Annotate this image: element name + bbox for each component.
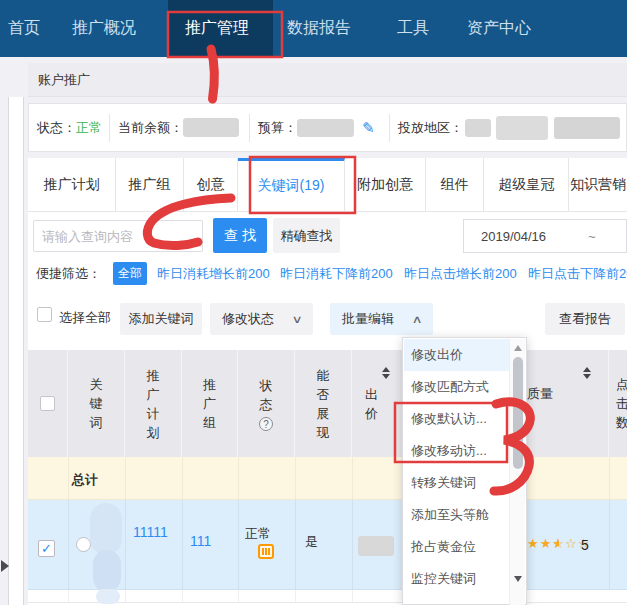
header-status-label: 状态 xyxy=(259,376,274,414)
header-checkbox-cell xyxy=(28,350,68,457)
table-header: 关键词 推广计划 推广组 状态 ? 能否展现 出价 移动质量 度 ? 点 xyxy=(28,350,627,457)
menu-item-transfer-keyword[interactable]: 转移关键词 xyxy=(404,467,510,499)
group-link[interactable]: 111 xyxy=(190,533,211,549)
status-section: 状态： 正常 xyxy=(29,114,109,142)
budget-label: 预算： xyxy=(258,119,297,137)
chevron-up-icon: ∧ xyxy=(411,313,422,326)
device-bars-icon xyxy=(258,544,274,559)
region-value-redacted xyxy=(465,119,491,137)
header-group: 推广组 xyxy=(182,350,238,457)
row-checkbox-checked[interactable]: ✓ xyxy=(38,540,55,557)
sort-icon[interactable] xyxy=(382,367,390,379)
chevron-down-icon: ∨ xyxy=(291,313,302,326)
modify-status-dropdown[interactable]: 修改状态 ∨ xyxy=(210,303,313,335)
plan-link[interactable]: 11111 xyxy=(133,522,169,542)
add-keyword-button[interactable]: 添加关键词 xyxy=(120,303,202,335)
nav-item-management[interactable]: 推广管理 xyxy=(185,0,249,57)
keyword-redacted xyxy=(90,503,122,555)
exact-search-button[interactable]: 精确查找 xyxy=(273,218,340,253)
header-clicks: 点击数 xyxy=(609,350,627,457)
select-all-checkbox[interactable] xyxy=(37,307,52,322)
scrollbar-thumb[interactable] xyxy=(513,357,523,469)
header-select-checkbox[interactable] xyxy=(40,396,55,411)
menu-item-modify-default-url[interactable]: 修改默认访... xyxy=(404,403,510,435)
tab-keywords[interactable]: 关键词(19) xyxy=(238,158,345,211)
filter-link-cost-up[interactable]: 昨日消耗增长前200 xyxy=(157,265,270,283)
menu-item-modify-match[interactable]: 修改匹配方式 xyxy=(404,371,510,403)
page-title: 账户推广 xyxy=(38,71,90,89)
star-icon: ★ xyxy=(540,536,552,551)
date-start-value: 2019/04/16 xyxy=(481,229,546,244)
header-can-show-label: 能否展现 xyxy=(316,366,331,442)
nav-item-reports[interactable]: 数据报告 xyxy=(287,0,351,57)
bid-value-redacted xyxy=(358,536,394,556)
sort-icon[interactable] xyxy=(583,367,591,379)
region-label: 投放地区： xyxy=(398,119,463,137)
row-status-value: 正常 xyxy=(245,525,271,543)
menu-item-modify-mobile-url[interactable]: 修改移动访... xyxy=(404,435,510,467)
menu-item-grab-golden-spot[interactable]: 抢占黄金位 xyxy=(404,531,510,563)
menu-item-modify-bid[interactable]: 修改出价 xyxy=(404,339,510,371)
tab-groups[interactable]: 推广组 xyxy=(116,158,183,211)
region-value-redacted xyxy=(554,117,620,139)
budget-section: 预算： ✎ xyxy=(249,114,389,142)
star-half-icon: ☆★ xyxy=(552,536,564,551)
search-input[interactable] xyxy=(33,220,203,252)
header-keyword-label: 关键词 xyxy=(89,375,104,432)
star-icon: ☆ xyxy=(565,536,577,551)
filter-link-cost-down[interactable]: 昨日消耗下降前200 xyxy=(280,265,393,283)
keyword-redacted xyxy=(93,550,121,592)
balance-label: 当前余额： xyxy=(118,119,183,137)
table-row-total: 总计 xyxy=(28,457,627,500)
balance-value-redacted xyxy=(183,118,239,137)
scroll-up-icon[interactable] xyxy=(514,345,522,351)
quick-filter-label: 便捷筛选： xyxy=(36,265,101,283)
batch-edit-label: 批量编辑 xyxy=(342,310,394,328)
collapsed-sidebar-strip xyxy=(8,97,24,605)
menu-scrollbar[interactable] xyxy=(509,339,525,605)
section-title-bar: 账户推广 xyxy=(28,63,627,97)
nav-item-home[interactable]: 首页 xyxy=(8,0,40,57)
edit-budget-icon[interactable]: ✎ xyxy=(362,119,375,137)
entity-tabs: 推广计划 推广组 创意 关键词(19) 附加创意 组件 超级皇冠 知识营销 xyxy=(28,158,627,212)
header-status: 状态 ? xyxy=(238,350,295,457)
scroll-down-icon[interactable] xyxy=(514,576,522,582)
nav-item-overview[interactable]: 推广概况 xyxy=(72,0,136,57)
nav-item-assets[interactable]: 资产中心 xyxy=(467,0,531,57)
menu-item-monitor-keyword[interactable]: 监控关键词 xyxy=(404,563,510,595)
help-icon[interactable]: ? xyxy=(259,417,273,431)
header-keyword: 关键词 xyxy=(68,350,125,457)
filter-link-click-up[interactable]: 昨日点击增长前200 xyxy=(404,265,517,283)
tab-plans[interactable]: 推广计划 xyxy=(28,158,116,211)
budget-value-redacted xyxy=(297,119,354,137)
modify-status-label: 修改状态 xyxy=(222,310,274,328)
region-section: 投放地区： xyxy=(389,114,626,142)
header-group-label: 推广组 xyxy=(202,375,217,432)
filter-all-button[interactable]: 全部 xyxy=(113,262,147,285)
find-button[interactable]: 查 找 xyxy=(213,218,267,253)
tab-extra-creatives[interactable]: 附加创意 xyxy=(345,158,427,211)
batch-edit-dropdown[interactable]: 批量编辑 ∧ xyxy=(330,303,433,335)
menu-item-add-first-class[interactable]: 添加至头等舱 xyxy=(404,499,510,531)
account-status-panel: 状态： 正常 当前余额： 预算： ✎ 投放地区： xyxy=(28,103,627,152)
tab-knowledge[interactable]: 知识营销 xyxy=(569,158,627,211)
tab-creatives[interactable]: 创意 xyxy=(184,158,239,211)
sidebar-expand-icon[interactable] xyxy=(1,560,9,572)
date-separator: ~ xyxy=(588,229,596,244)
batch-edit-menu: 修改出价 修改匹配方式 修改默认访... 修改移动访... 转移关键词 添加至头… xyxy=(402,337,527,605)
filter-link-click-down[interactable]: 昨日点击下降前200 xyxy=(528,265,627,283)
status-label: 状态： xyxy=(37,119,76,137)
balance-section: 当前余额： xyxy=(109,114,249,142)
nav-item-tools[interactable]: 工具 xyxy=(397,0,429,57)
status-value: 正常 xyxy=(76,119,102,137)
row-radio[interactable] xyxy=(76,537,91,552)
region-value-redacted xyxy=(496,116,548,140)
header-plan: 推广计划 xyxy=(125,350,182,457)
view-report-button[interactable]: 查看报告 xyxy=(545,303,625,335)
tab-components[interactable]: 组件 xyxy=(426,158,484,211)
date-range-picker[interactable]: 2019/04/16 ~ xyxy=(463,219,627,253)
header-bid-label: 出价 xyxy=(364,385,379,423)
tab-super-crown[interactable]: 超级皇冠 xyxy=(484,158,569,211)
keyword-redacted xyxy=(96,589,120,604)
promotion-management-screen: 首页 推广概况 推广管理 数据报告 工具 资产中心 账户推广 状态： 正常 当前… xyxy=(0,0,627,605)
